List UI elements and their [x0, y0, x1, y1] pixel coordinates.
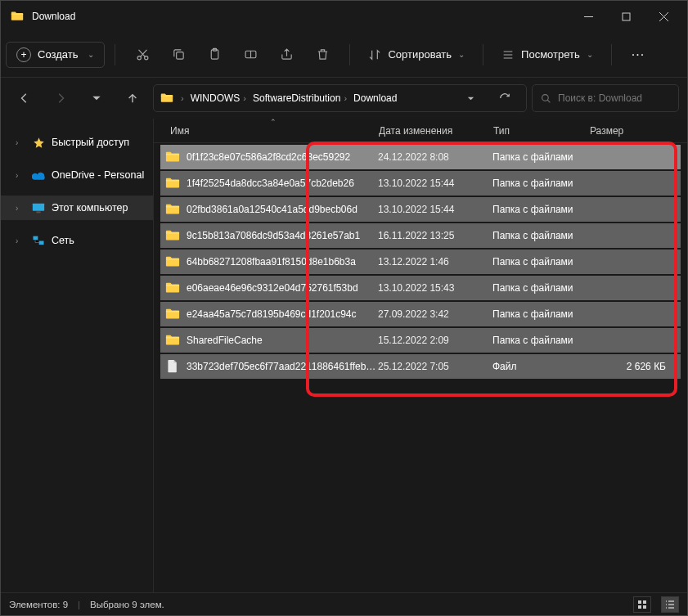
file-type: Папка с файлами	[492, 151, 592, 163]
view-mode-details[interactable]	[661, 596, 679, 613]
maximize-button[interactable]	[607, 1, 645, 32]
sidebar-item-label: Этот компьютер	[52, 202, 128, 214]
folder-icon	[11, 11, 24, 22]
chevron-down-icon: ⌄	[587, 50, 593, 59]
more-button[interactable]: ···	[622, 47, 654, 62]
chevron-right-icon: ›	[16, 204, 25, 213]
file-type: Папка с файлами	[492, 282, 592, 294]
minimize-button[interactable]	[569, 1, 607, 32]
sidebar: › Быстрый доступ › OneDrive - Personal ›…	[1, 119, 154, 592]
col-name[interactable]: Имя ⌃	[165, 119, 374, 142]
sidebar-item-network[interactable]: › Сеть	[1, 228, 153, 253]
folder-icon	[165, 281, 180, 295]
sidebar-item-label: Быстрый доступ	[52, 137, 129, 148]
col-size[interactable]: Размер	[585, 119, 687, 142]
file-type: Файл	[492, 361, 592, 372]
new-button[interactable]: + Создать ⌄	[6, 42, 105, 68]
file-row[interactable]: 9c15b813a7086dc9d53a4d8261e57ab116.11.20…	[160, 223, 681, 248]
back-button[interactable]	[9, 83, 40, 113]
file-row[interactable]: 1f4f25254da8dcc3a84e0a57cb2deb2613.10.20…	[160, 171, 681, 196]
status-selected: Выбрано 9 элем.	[90, 600, 164, 609]
svg-point-7	[542, 94, 549, 101]
column-headers: Имя ⌃ Дата изменения Тип Размер	[154, 119, 687, 143]
col-date[interactable]: Дата изменения	[374, 119, 488, 142]
file-row[interactable]: 0f1f23c8e07c586a2f8cd2c63ec5929224.12.20…	[160, 145, 681, 169]
status-bar: Элементов: 9 | Выбрано 9 элем.	[1, 592, 687, 615]
chevron-right-icon: ›	[16, 138, 25, 147]
file-row[interactable]: e24aa45a75c7d8195b469cd1f201c94c27.09.20…	[160, 302, 681, 326]
svg-rect-15	[643, 605, 646, 609]
cut-button[interactable]	[125, 38, 160, 71]
refresh-button[interactable]	[488, 84, 521, 112]
network-icon	[32, 234, 45, 247]
folder-icon	[160, 92, 173, 104]
svg-rect-0	[623, 13, 630, 20]
rename-button[interactable]	[233, 38, 268, 71]
sort-button[interactable]: Сортировать ⌄	[360, 43, 473, 66]
breadcrumb[interactable]: SoftwareDistribution›	[250, 89, 349, 107]
file-date: 16.11.2022 13:25	[378, 230, 492, 241]
file-row[interactable]: 33b723def705ec6f77aad2211886461ffebfe...…	[160, 354, 681, 379]
breadcrumb[interactable]: WINDOWS›	[188, 89, 249, 107]
forward-button[interactable]	[45, 83, 76, 113]
file-name: 9c15b813a7086dc9d53a4d8261e57ab1	[187, 230, 378, 241]
file-date: 24.12.2022 8:08	[378, 151, 492, 163]
col-type[interactable]: Тип	[488, 119, 585, 142]
file-type: Папка с файлами	[492, 308, 592, 320]
paste-button[interactable]	[197, 38, 232, 71]
chevron-down-icon: ⌄	[88, 50, 94, 59]
svg-rect-3	[177, 52, 184, 59]
sidebar-item-this-pc[interactable]: › Этот компьютер	[1, 196, 153, 220]
sort-icon	[368, 48, 381, 61]
file-date: 13.10.2022 15:44	[378, 204, 492, 215]
address-bar[interactable]: › WINDOWS› SoftwareDistribution› Downloa…	[153, 84, 527, 112]
close-button[interactable]	[645, 1, 682, 32]
folder-icon	[165, 151, 180, 164]
new-label: Создать	[38, 48, 78, 61]
chevron-down-icon: ⌄	[458, 50, 465, 59]
view-icon	[501, 48, 515, 61]
file-date: 13.10.2022 15:43	[378, 282, 492, 294]
file-name: 1f4f25254da8dcc3a84e0a57cb2deb26	[187, 178, 378, 189]
toolbar: + Создать ⌄ Сортировать ⌄ Посмотреть ⌄ ·…	[1, 32, 687, 78]
svg-rect-13	[643, 600, 646, 604]
svg-rect-10	[34, 236, 38, 240]
up-button[interactable]	[117, 83, 148, 113]
file-name: SharedFileCache	[187, 335, 378, 346]
delete-button[interactable]	[305, 38, 340, 71]
address-dropdown[interactable]	[454, 84, 487, 112]
file-date: 25.12.2022 7:05	[378, 361, 492, 372]
sidebar-item-label: Сеть	[52, 235, 74, 246]
file-pane: Имя ⌃ Дата изменения Тип Размер 0f1f23c8…	[154, 119, 687, 592]
status-count: Элементов: 9	[9, 600, 68, 609]
sidebar-item-quick-access[interactable]: › Быстрый доступ	[1, 130, 153, 155]
svg-rect-14	[638, 605, 641, 609]
file-name: 02fbd3861a0a12540c41a5dd9becb06d	[187, 204, 378, 215]
separator	[115, 44, 115, 65]
share-button[interactable]	[269, 38, 304, 71]
view-button[interactable]: Посмотреть ⌄	[493, 43, 601, 66]
file-row[interactable]: 64bb68271208fbaa91f8150d8e1b6b3a13.12.20…	[160, 250, 681, 274]
file-row[interactable]: 02fbd3861a0a12540c41a5dd9becb06d13.10.20…	[160, 197, 681, 222]
file-icon	[165, 360, 180, 373]
sidebar-item-onedrive[interactable]: › OneDrive - Personal	[1, 163, 153, 187]
search-box[interactable]: Поиск в: Download	[532, 84, 679, 112]
file-name: 33b723def705ec6f77aad2211886461ffebfe...	[187, 361, 378, 372]
file-row[interactable]: e06aeae46e96c9312e04d752761f53bd13.10.20…	[160, 276, 681, 300]
svg-rect-12	[638, 600, 641, 604]
sort-label: Сортировать	[388, 48, 452, 61]
copy-button[interactable]	[161, 38, 196, 71]
pc-icon	[32, 201, 45, 214]
titlebar[interactable]: Download	[1, 1, 687, 32]
file-name: e06aeae46e96c9312e04d752761f53bd	[187, 282, 378, 294]
breadcrumb[interactable]: Download	[351, 89, 399, 107]
breadcrumb-chevron[interactable]: ›	[178, 90, 187, 106]
recent-dropdown[interactable]	[81, 83, 112, 113]
separator	[611, 44, 612, 65]
view-mode-tiles[interactable]	[633, 596, 651, 613]
folder-icon	[165, 177, 180, 190]
sort-asc-icon: ⌃	[270, 119, 277, 126]
view-label: Посмотреть	[521, 48, 580, 61]
file-type: Папка с файлами	[492, 230, 592, 241]
file-row[interactable]: SharedFileCache15.12.2022 2:09Папка с фа…	[160, 328, 681, 353]
